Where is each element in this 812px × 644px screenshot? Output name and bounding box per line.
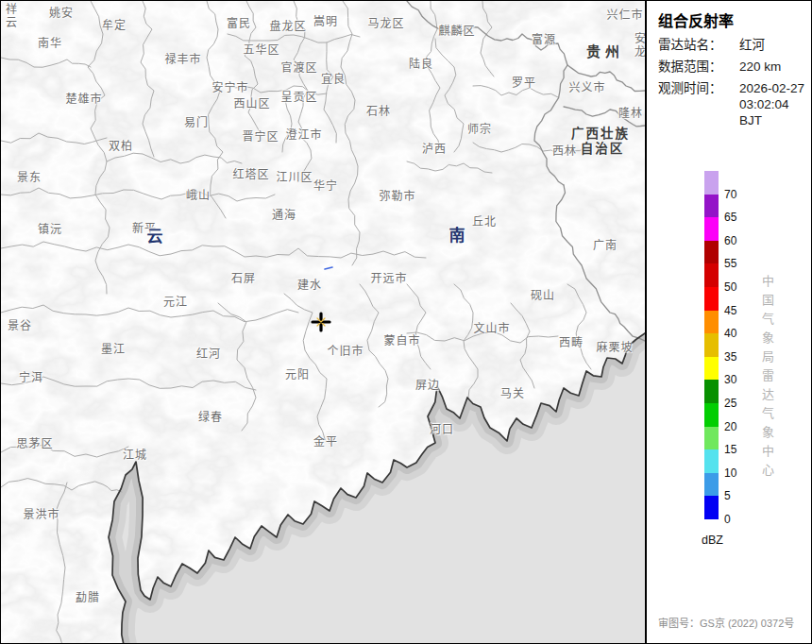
- legend-tick-label: 25: [724, 397, 753, 410]
- product-title: 组合反射率: [658, 8, 734, 31]
- map-label: 屏边: [415, 376, 440, 392]
- map-label: 金平: [313, 432, 338, 449]
- legend-tick-label: 35: [724, 350, 753, 364]
- map-label: 开远市: [370, 269, 407, 285]
- map-label: 建水: [297, 276, 322, 292]
- map-label: 西林: [552, 142, 577, 158]
- legend-tick-label: 55: [724, 257, 753, 270]
- map-label: 罗平: [512, 74, 536, 90]
- legend-swatch: [704, 357, 719, 381]
- map-label: 禄丰市: [164, 50, 201, 66]
- legend-swatch: [704, 287, 719, 311]
- legend-swatch: [704, 195, 719, 218]
- legend-tick-label: 0: [724, 513, 753, 526]
- time-label: 观测时间：: [658, 80, 739, 128]
- legend-swatch: [704, 217, 719, 241]
- range-row: 数据范围： 220 km: [658, 59, 812, 75]
- legend-tick-label: 65: [724, 211, 753, 224]
- map-label: 元阳: [285, 365, 310, 381]
- map-label: 晋宁区: [242, 127, 279, 144]
- legend-swatch: [704, 263, 719, 287]
- legend-tick-label: 30: [724, 373, 753, 386]
- map-label: 双柏: [109, 137, 133, 153]
- legend-swatch: [704, 171, 719, 195]
- map-label: 砚山: [531, 286, 555, 302]
- map-label: 红河: [196, 345, 221, 361]
- legend-tick-label: 40: [724, 327, 753, 340]
- legend-tick-label: 60: [724, 234, 753, 247]
- range-value: 220 km: [739, 59, 812, 75]
- map-label: 富民: [227, 14, 251, 30]
- map-label: 江川区: [276, 168, 313, 184]
- map-label: 华宁: [313, 177, 338, 193]
- station-row: 雷达站名： 红河: [658, 37, 812, 53]
- legend-swatch: [704, 333, 719, 357]
- legend-swatch: [704, 473, 719, 497]
- map-label: 个旧市: [327, 342, 364, 358]
- map-label: 元江: [163, 293, 188, 309]
- map-label: 丘北: [472, 212, 497, 229]
- time-date: 2026-02-27: [739, 80, 812, 96]
- time-value: 2026-02-27 03:02:04 BJT: [739, 80, 812, 128]
- time-clock: 03:02:04 BJT: [739, 96, 812, 128]
- legend-swatch: [704, 311, 719, 334]
- legend-tick-label: 20: [724, 420, 753, 433]
- legend-swatch: [704, 496, 719, 519]
- map-label: 官渡区: [280, 59, 317, 75]
- legend-tick-label: 70: [724, 188, 753, 201]
- legend-swatch: [704, 449, 719, 473]
- map-label: 思茅区: [16, 434, 53, 450]
- legend-swatch: [704, 241, 719, 264]
- map-label: 红塔区: [232, 165, 269, 181]
- map-label: 南华: [38, 34, 62, 50]
- legend-unit: dBZ: [702, 534, 723, 547]
- map-label: 麒麟区: [438, 22, 475, 38]
- map-label: 嵩明: [313, 12, 338, 28]
- info-panel: 组合反射率 雷达站名： 红河 数据范围： 220 km 观测时间： 2026-0…: [647, 1, 812, 643]
- map-label: 马龙区: [367, 14, 404, 30]
- legend-swatch: [704, 427, 719, 450]
- map-label: 镇沅: [38, 220, 62, 236]
- map-label: 牟定: [102, 16, 127, 32]
- radar-screenshot: 姚安牟定南华禄丰市楚雄市易门双柏富民盘龙区嵩明马龙区五华区官渡区宜良陆良麒麟区富…: [0, 0, 812, 644]
- map-label: 峨山: [186, 186, 211, 202]
- map-label: 宜良: [321, 70, 346, 86]
- map-label: 呈贡区: [280, 88, 317, 104]
- province-label: 贵州: [586, 41, 624, 60]
- map-label: 楚雄市: [65, 90, 102, 106]
- map-label: 富源: [532, 30, 556, 46]
- map-label: 墨江: [101, 340, 126, 356]
- time-row: 观测时间： 2026-02-27 03:02:04 BJT: [658, 80, 812, 128]
- map-label: 泸西: [422, 140, 447, 156]
- range-label: 数据范围：: [658, 59, 739, 75]
- map-label: 宁洱: [19, 368, 43, 384]
- province-label: 南: [449, 222, 465, 246]
- map-label: 安宁市: [211, 78, 248, 94]
- map-label: 陆良: [409, 55, 433, 71]
- station-value: 红河: [739, 37, 812, 53]
- station-label: 雷达站名：: [658, 37, 739, 53]
- map-label: 易门: [184, 113, 209, 129]
- map-label: 绿春: [198, 408, 223, 424]
- province-label: 祥云: [3, 3, 19, 29]
- map-label: 澄江市: [285, 126, 322, 142]
- map-label: 兴仁市: [606, 6, 643, 22]
- legend-swatch: [704, 380, 719, 403]
- map-label: 姚安: [49, 4, 74, 20]
- map-label: 通海: [272, 206, 296, 222]
- map-label: 马关: [500, 384, 525, 400]
- map-label: 麻栗坡: [596, 338, 633, 354]
- map-label: 弥勒市: [379, 187, 415, 203]
- map-label: 文山市: [473, 319, 510, 335]
- map-label: 西山区: [233, 94, 270, 110]
- province-label: 安龙: [632, 32, 646, 59]
- legend-tick-label: 10: [724, 466, 753, 480]
- legend-tick-label: 5: [724, 489, 753, 502]
- legend-tick-label: 15: [724, 443, 753, 456]
- map-approval-number: 审图号：GS京 (2022) 0372号: [658, 615, 794, 630]
- map-label: 景洪市: [23, 505, 59, 521]
- map-label: 广南: [593, 236, 617, 252]
- map-canvas: 姚安牟定南华禄丰市楚雄市易门双柏富民盘龙区嵩明马龙区五华区官渡区宜良陆良麒麟区富…: [1, 1, 645, 644]
- legend-tick-label: 45: [724, 304, 753, 317]
- map-label: 石屏: [231, 269, 256, 285]
